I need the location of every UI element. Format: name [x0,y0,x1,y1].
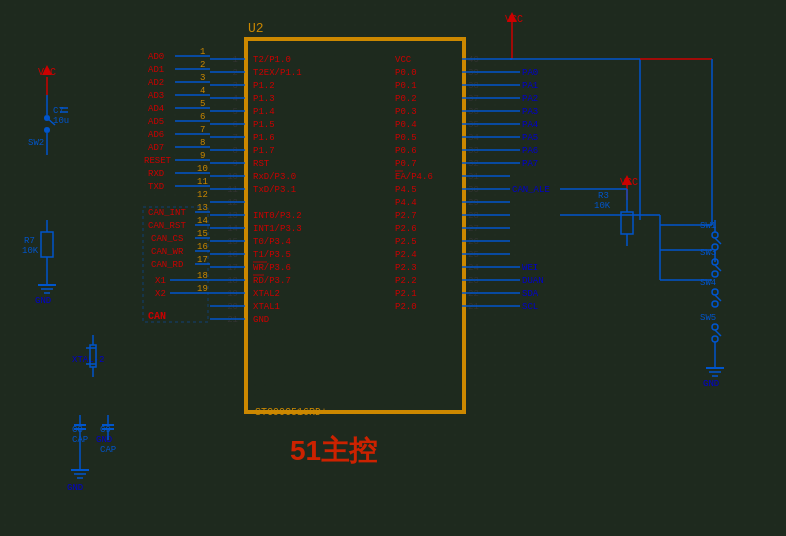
svg-text:8: 8 [200,138,205,148]
svg-text:INT1/P3.3: INT1/P3.3 [253,224,302,234]
svg-text:36: 36 [468,107,479,117]
svg-text:PA6: PA6 [522,146,538,156]
svg-text:P1.3: P1.3 [253,94,275,104]
svg-text:CAN_WR: CAN_WR [151,247,184,257]
svg-text:P2.1: P2.1 [395,289,417,299]
svg-text:AD2: AD2 [148,78,164,88]
svg-text:P2.3: P2.3 [395,263,417,273]
svg-text:10K: 10K [22,246,39,256]
svg-text:18: 18 [227,276,238,286]
svg-text:U2: U2 [248,21,264,36]
svg-text:24: 24 [468,263,479,273]
svg-text:25: 25 [468,250,479,260]
svg-text:T2/P1.0: T2/P1.0 [253,55,291,65]
svg-text:10: 10 [227,172,238,182]
svg-text:R7: R7 [24,236,35,246]
svg-text:AD3: AD3 [148,91,164,101]
svg-text:SW5: SW5 [700,313,716,323]
svg-text:5: 5 [233,107,238,117]
svg-text:P1.5: P1.5 [253,120,275,130]
svg-text:WEI: WEI [522,263,538,273]
svg-text:37: 37 [468,94,479,104]
svg-text:CAN_INT: CAN_INT [148,208,186,218]
svg-text:P0.7: P0.7 [395,159,417,169]
svg-text:34: 34 [468,133,479,143]
svg-text:PA1: PA1 [522,81,538,91]
svg-text:RESET: RESET [144,156,172,166]
svg-text:14: 14 [227,224,238,234]
svg-text:22: 22 [468,289,479,299]
svg-text:7: 7 [233,133,238,143]
svg-text:X2: X2 [155,289,166,299]
svg-text:P2.4: P2.4 [395,250,417,260]
svg-text:35: 35 [468,120,479,130]
svg-text:P4.4: P4.4 [395,198,417,208]
svg-text:CAN: CAN [148,311,166,322]
svg-text:13: 13 [197,203,208,213]
svg-text:21: 21 [468,302,479,312]
svg-text:11: 11 [227,185,238,195]
svg-text:P2.7: P2.7 [395,211,417,221]
svg-text:XTAL2: XTAL2 [253,289,280,299]
svg-text:P2.5: P2.5 [395,237,417,247]
svg-text:32: 32 [468,159,479,169]
svg-text:RST: RST [253,159,270,169]
svg-text:AD5: AD5 [148,117,164,127]
svg-text:10u: 10u [53,116,69,126]
svg-text:P1.6: P1.6 [253,133,275,143]
svg-text:STC90C516RD+: STC90C516RD+ [255,407,327,418]
svg-text:AD6: AD6 [148,130,164,140]
svg-text:12: 12 [197,190,208,200]
svg-text:19: 19 [227,289,238,299]
svg-text:INT0/P3.2: INT0/P3.2 [253,211,302,221]
svg-text:8: 8 [233,146,238,156]
svg-text:4: 4 [233,94,238,104]
svg-text:RXD: RXD [148,169,164,179]
svg-text:GND: GND [703,379,719,389]
svg-text:RD/P3.7: RD/P3.7 [253,276,291,286]
svg-text:15: 15 [197,229,208,239]
schematic-diagram: U2 T2/P1.0 1 T2EX/P1.1 2 P1.2 3 P1.3 4 P… [0,0,786,536]
svg-text:WR/P3.6: WR/P3.6 [253,263,291,273]
svg-text:PA7: PA7 [522,159,538,169]
svg-text:P2.0: P2.0 [395,302,417,312]
svg-text:TXD: TXD [148,182,164,192]
svg-text:11: 11 [197,177,208,187]
svg-text:20: 20 [227,302,238,312]
svg-text:17: 17 [227,263,238,273]
svg-text:51主控: 51主控 [290,434,377,466]
svg-text:29: 29 [468,198,479,208]
svg-text:19: 19 [197,284,208,294]
svg-text:TxD/P3.1: TxD/P3.1 [253,185,296,195]
svg-text:CAN_RD: CAN_RD [151,260,183,270]
svg-text:X1: X1 [155,276,166,286]
svg-text:P0.1: P0.1 [395,81,417,91]
svg-text:AD0: AD0 [148,52,164,62]
svg-text:GND: GND [35,296,51,306]
svg-text:30: 30 [468,185,479,195]
svg-text:31: 31 [468,172,479,182]
svg-text:5: 5 [200,99,205,109]
svg-text:33: 33 [468,146,479,156]
svg-text:PA5: PA5 [522,133,538,143]
svg-text:14: 14 [197,216,208,226]
svg-text:P0.5: P0.5 [395,133,417,143]
svg-text:GND: GND [253,315,269,325]
svg-text:10K: 10K [594,201,611,211]
svg-text:DUAN: DUAN [522,276,544,286]
svg-text:39: 39 [468,68,479,78]
svg-text:SW2: SW2 [28,138,44,148]
svg-text:40: 40 [468,55,479,65]
svg-text:P1.4: P1.4 [253,107,275,117]
svg-text:SW1: SW1 [700,221,716,231]
svg-text:15: 15 [227,237,238,247]
svg-text:PA4: PA4 [522,120,538,130]
svg-text:9: 9 [233,159,238,169]
svg-text:1: 1 [233,55,238,65]
svg-text:27: 27 [468,224,479,234]
svg-text:6: 6 [233,120,238,130]
svg-text:12: 12 [227,198,238,208]
svg-text:P0.6: P0.6 [395,146,417,156]
svg-text:P0.2: P0.2 [395,94,417,104]
svg-text:26: 26 [468,237,479,247]
